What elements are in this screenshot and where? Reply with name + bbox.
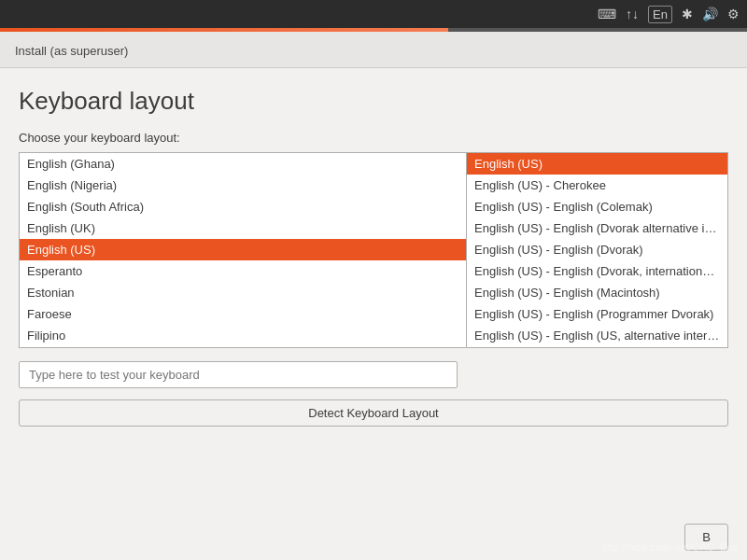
detect-keyboard-button[interactable]: Detect Keyboard Layout	[19, 399, 728, 427]
list-item[interactable]: English (US)	[20, 239, 466, 260]
page-title: Keyboard layout	[19, 87, 728, 116]
content-area: Keyboard layout Choose your keyboard lay…	[0, 68, 747, 514]
watermark: http://blog.csdn.net/QAC_Boy	[602, 541, 738, 553]
settings-icon[interactable]: ⚙	[727, 7, 740, 21]
list-item[interactable]: English (US) - English (Colemak)	[467, 196, 727, 217]
list-item[interactable]: English (US) - Cherokee	[467, 175, 727, 196]
list-item[interactable]: English (US) - English (Dvorak alternati…	[467, 217, 727, 239]
installer-window: Install (as superuser) Keyboard layout C…	[0, 32, 747, 560]
list-item[interactable]: Faroese	[20, 303, 466, 325]
list-item[interactable]: English (US) - English (Macintosh)	[467, 282, 727, 303]
list-item[interactable]: English (US) - English (US, internationa…	[467, 346, 727, 348]
list-item[interactable]: Filipino	[20, 325, 466, 346]
list-item[interactable]: Esperanto	[20, 260, 466, 282]
list-item[interactable]: Estonian	[20, 282, 466, 303]
list-item[interactable]: English (South Africa)	[20, 196, 466, 217]
keyboard-test-input[interactable]	[19, 361, 458, 388]
list-item[interactable]: English (US) - English (Programmer Dvora…	[467, 303, 727, 325]
progress-fill	[0, 28, 448, 32]
language-list[interactable]: English (Ghana)English (Nigeria)English …	[19, 152, 467, 348]
system-bar: ⌨ ↑↓ En ✱ 🔊 ⚙	[0, 0, 747, 28]
choose-label: Choose your keyboard layout:	[19, 131, 728, 145]
list-item[interactable]: English (US)	[467, 153, 727, 175]
language-indicator[interactable]: En	[648, 6, 672, 23]
list-item[interactable]: English (US) - English (Dvorak)	[467, 239, 727, 260]
volume-icon[interactable]: 🔊	[702, 7, 718, 21]
window-title: Install (as superuser)	[15, 44, 128, 58]
network-icon[interactable]: ↑↓	[626, 7, 639, 21]
lists-container: English (Ghana)English (Nigeria)English …	[19, 152, 728, 348]
bluetooth-icon[interactable]: ✱	[682, 7, 693, 21]
list-item[interactable]: English (UK)	[20, 217, 466, 239]
title-bar: Install (as superuser)	[0, 32, 747, 68]
progress-strip	[0, 28, 747, 32]
keyboard-indicator-icon[interactable]: ⌨	[598, 7, 616, 21]
list-item[interactable]: English (Ghana)	[20, 153, 466, 175]
bottom-bar: B	[0, 514, 747, 560]
list-item[interactable]: English (Nigeria)	[20, 175, 466, 196]
list-item[interactable]: English (US) - English (US, alternative …	[467, 325, 727, 346]
list-item[interactable]: English (US) - English (Dvorak, internat…	[467, 260, 727, 282]
variant-list[interactable]: English (US)English (US) - CherokeeEngli…	[467, 152, 728, 348]
